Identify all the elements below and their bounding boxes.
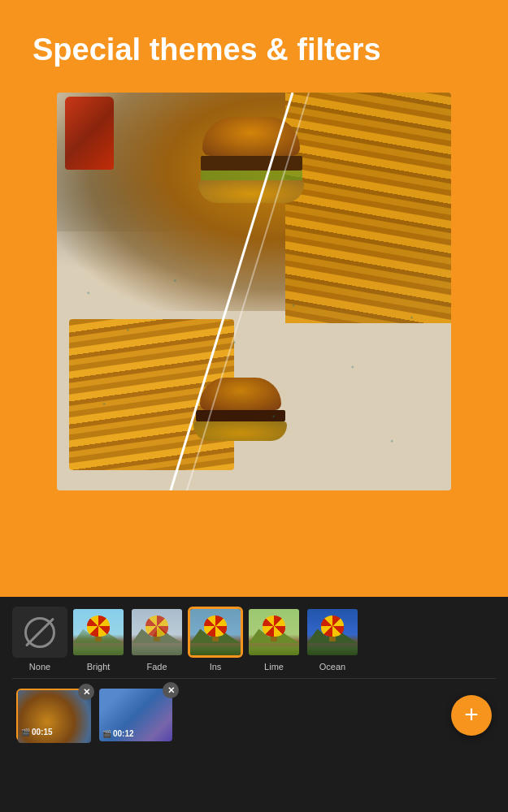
filter-fade[interactable]: Fade xyxy=(129,607,185,672)
add-clip-button[interactable]: + xyxy=(451,695,492,736)
main-image-container xyxy=(57,93,451,490)
filter-lime[interactable]: Lime xyxy=(246,607,302,672)
filter-ins-label: Ins xyxy=(210,662,222,672)
filter-ocean[interactable]: Ocean xyxy=(305,607,360,672)
filter-bright[interactable]: Bright xyxy=(71,607,126,672)
filter-none-label: None xyxy=(29,662,50,672)
timeline-clip-2[interactable]: ✕ 🎬 00:12 xyxy=(99,689,172,741)
header: Special themes & filters xyxy=(0,0,508,84)
clip-2-close[interactable]: ✕ xyxy=(163,682,179,698)
filter-lime-label: Lime xyxy=(264,662,284,672)
timeline-strip: ✕ 🎬 00:15 ✕ 🎬 00:12 + xyxy=(0,679,508,751)
filter-ocean-label: Ocean xyxy=(319,662,345,672)
page-title: Special themes & filters xyxy=(33,32,475,68)
filter-ins[interactable]: Ins xyxy=(188,607,243,672)
clip-2-duration: 00:12 xyxy=(113,729,134,738)
filter-none[interactable]: None xyxy=(12,607,67,672)
filter-fade-label: Fade xyxy=(146,662,167,672)
bottom-panel: None Bright xyxy=(0,597,508,812)
filter-bright-label: Bright xyxy=(87,662,111,672)
timeline-clip-1[interactable]: ✕ 🎬 00:15 xyxy=(16,689,89,741)
food-image xyxy=(57,93,451,490)
clip-1-close[interactable]: ✕ xyxy=(78,684,94,700)
filter-strip: None Bright xyxy=(0,597,508,678)
add-icon: + xyxy=(464,702,479,727)
clip-1-duration: 00:15 xyxy=(32,728,53,736)
